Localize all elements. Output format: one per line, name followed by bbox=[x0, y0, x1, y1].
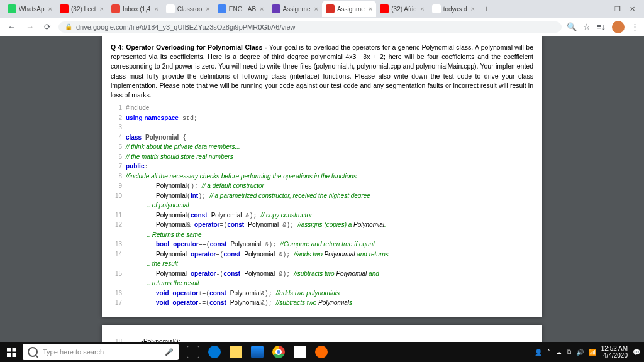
svg-rect-2 bbox=[7, 353, 11, 357]
windows-taskbar: Type here to search 🎤 ✉ 👤 ˄ ☁ ⧉ 🔊 📶 12:5… bbox=[0, 342, 644, 362]
action-center-icon[interactable]: 💬 bbox=[633, 349, 640, 356]
tab-title: Classroo bbox=[177, 6, 202, 13]
tab-title: todyas d bbox=[443, 6, 467, 13]
browser-tab[interactable]: ENG LAB× bbox=[214, 1, 268, 17]
window-controls: ─ ❐ ✕ bbox=[601, 5, 640, 13]
browser-tab[interactable]: (32) Afric× bbox=[376, 1, 428, 17]
pdf-page-2: 18 ~Polynomial(); 19}; 20ostream& operat… bbox=[102, 325, 542, 342]
pdf-viewer: Q 4: Operator Overloading for Polynomial… bbox=[0, 36, 644, 342]
svg-rect-1 bbox=[12, 348, 16, 352]
tab-close-icon[interactable]: × bbox=[206, 5, 209, 13]
browser-tab-strip: WhatsAp×(32) Lect×Inbox (1,4×Classroo×EN… bbox=[0, 0, 644, 18]
profile-avatar[interactable] bbox=[612, 21, 625, 33]
url-text: drive.google.com/file/d/184_y3_qUIBEZYuz… bbox=[76, 23, 296, 31]
task-view-button[interactable] bbox=[184, 343, 203, 361]
favicon bbox=[166, 4, 175, 13]
menu-button[interactable]: ⋮ bbox=[631, 22, 639, 31]
browser-tab[interactable]: Classroo× bbox=[162, 1, 214, 17]
store-icon[interactable] bbox=[248, 343, 267, 361]
search-placeholder: Type here to search bbox=[43, 348, 104, 356]
onedrive-icon[interactable]: ☁ bbox=[555, 349, 562, 356]
lock-icon: 🔒 bbox=[65, 23, 72, 30]
start-button[interactable] bbox=[0, 348, 23, 357]
forward-button[interactable]: → bbox=[23, 21, 36, 33]
tab-title: (32) Lect bbox=[71, 6, 96, 13]
people-icon[interactable]: 👤 bbox=[535, 349, 542, 356]
favicon bbox=[218, 4, 226, 13]
tab-close-icon[interactable]: × bbox=[471, 5, 475, 13]
tab-title: WhatsAp bbox=[19, 6, 45, 13]
system-tray: 👤 ˄ ☁ ⧉ 🔊 📶 12:52 AM 4/4/2020 💬 bbox=[535, 345, 644, 359]
favicon bbox=[8, 4, 16, 13]
favicon bbox=[60, 4, 69, 13]
favicon bbox=[326, 4, 335, 13]
search-icon bbox=[28, 347, 38, 357]
tab-title: ENG LAB bbox=[229, 6, 256, 13]
tab-close-icon[interactable]: × bbox=[314, 5, 318, 13]
minimize-button[interactable]: ─ bbox=[601, 5, 606, 13]
mail-icon[interactable]: ✉ bbox=[291, 343, 309, 361]
app-icon[interactable] bbox=[312, 343, 331, 361]
tab-close-icon[interactable]: × bbox=[154, 5, 158, 13]
favicon bbox=[272, 4, 280, 13]
svg-rect-0 bbox=[7, 348, 11, 352]
back-button[interactable]: ← bbox=[5, 21, 18, 33]
tab-close-icon[interactable]: × bbox=[48, 5, 52, 13]
browser-tab[interactable]: Inbox (1,4× bbox=[108, 1, 162, 17]
tab-close-icon[interactable]: × bbox=[260, 5, 264, 13]
network-icon[interactable]: ⧉ bbox=[567, 348, 571, 356]
edge-icon[interactable] bbox=[205, 343, 224, 361]
browser-tab[interactable]: todyas d× bbox=[428, 1, 479, 17]
reload-button[interactable]: ⟳ bbox=[42, 21, 53, 33]
reading-list-icon[interactable]: ≡↓ bbox=[597, 22, 606, 31]
pdf-page-1: Q 4: Operator Overloading for Polynomial… bbox=[102, 36, 542, 317]
volume-icon[interactable]: 🔊 bbox=[576, 349, 584, 356]
browser-tab[interactable]: Assignme× bbox=[322, 1, 376, 17]
chrome-icon[interactable] bbox=[269, 343, 288, 361]
clock[interactable]: 12:52 AM 4/4/2020 bbox=[601, 345, 628, 359]
taskbar-pinned: ✉ bbox=[184, 343, 331, 361]
browser-tab[interactable]: (32) Lect× bbox=[56, 1, 108, 17]
tab-close-icon[interactable]: × bbox=[420, 5, 424, 13]
mic-icon[interactable]: 🎤 bbox=[165, 348, 174, 356]
taskbar-search[interactable]: Type here to search 🎤 bbox=[23, 344, 179, 360]
maximize-button[interactable]: ❐ bbox=[614, 5, 621, 13]
browser-toolbar: ← → ⟳ 🔒 drive.google.com/file/d/184_y3_q… bbox=[0, 18, 644, 36]
address-bar[interactable]: 🔒 drive.google.com/file/d/184_y3_qUIBEZY… bbox=[58, 21, 562, 33]
tray-chevron[interactable]: ˄ bbox=[547, 349, 550, 356]
code-block: 1#include 2using namespace std; 3 4class… bbox=[111, 104, 533, 309]
zoom-icon[interactable]: 🔍 bbox=[567, 22, 577, 31]
browser-tab[interactable]: Assignme× bbox=[268, 1, 322, 17]
tab-title: Assignme bbox=[283, 6, 311, 13]
question-text: Q 4: Operator Overloading for Polynomial… bbox=[111, 43, 533, 100]
wifi-icon[interactable]: 📶 bbox=[589, 349, 596, 356]
svg-rect-3 bbox=[12, 353, 16, 357]
tab-title: Inbox (1,4 bbox=[123, 6, 150, 13]
code-block-2: 18 ~Polynomial(); 19}; 20ostream& operat… bbox=[111, 337, 533, 342]
file-explorer-icon[interactable] bbox=[226, 343, 245, 361]
tab-close-icon[interactable]: × bbox=[369, 5, 372, 13]
browser-tab[interactable]: WhatsAp× bbox=[4, 1, 56, 17]
tab-title: Assignme bbox=[337, 6, 365, 13]
favicon bbox=[111, 4, 120, 13]
star-icon[interactable]: ☆ bbox=[583, 22, 591, 31]
new-tab-button[interactable]: + bbox=[479, 4, 494, 14]
favicon bbox=[380, 4, 389, 13]
close-window-button[interactable]: ✕ bbox=[630, 5, 635, 13]
tab-close-icon[interactable]: × bbox=[99, 5, 103, 13]
favicon bbox=[432, 4, 441, 13]
tab-title: (32) Afric bbox=[391, 6, 416, 13]
